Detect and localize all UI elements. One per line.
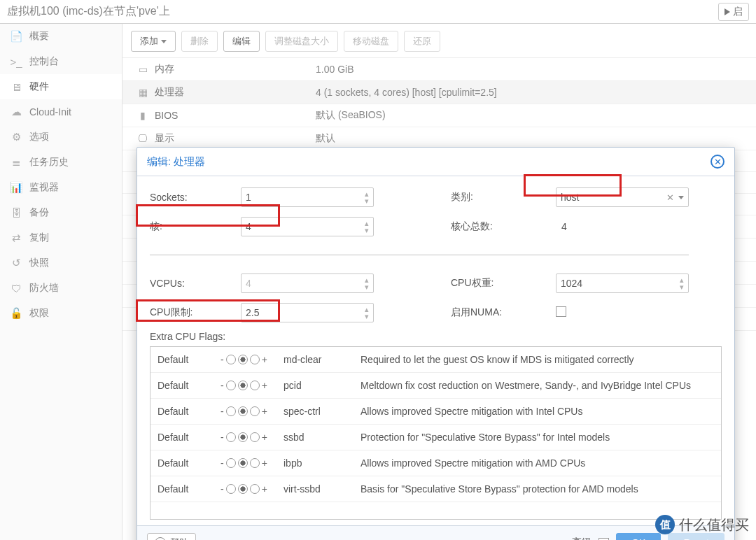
extra-flags-label: Extra CPU Flags:: [150, 331, 722, 342]
hw-icon: ▦: [131, 87, 155, 98]
cpu-weight-label: CPU权重:: [451, 277, 542, 290]
hw-name: 显示: [155, 132, 316, 145]
hardware-row[interactable]: ▮BIOS默认 (SeaBIOS): [122, 104, 756, 127]
sidebar-item-label: 控制台: [29, 55, 59, 68]
flag-toggle[interactable]: - +: [220, 457, 284, 469]
flag-state: Default: [158, 406, 220, 417]
menu-icon: ☁: [10, 106, 22, 118]
type-label: 类别:: [451, 191, 542, 204]
flag-name: ibpb: [284, 457, 360, 469]
cpu-limit-input[interactable]: 2.5 ▴▾: [241, 303, 374, 322]
window-titlebar: 虚拟机100 (imc-ds)在节点'pve'上 启: [0, 0, 756, 24]
sidebar-item[interactable]: ≣任务历史: [0, 150, 122, 175]
cpu-type-combo[interactable]: host ✕: [556, 187, 689, 207]
menu-icon: 🗄: [10, 207, 22, 219]
add-button[interactable]: 添加: [131, 31, 176, 52]
sidebar-item-label: 复制: [29, 232, 49, 244]
cpu-weight-input[interactable]: 1024 ▴▾: [556, 273, 689, 293]
menu-icon: ↺: [10, 257, 22, 269]
sidebar-item-label: 快照: [29, 257, 49, 269]
sidebar-item-label: 选项: [29, 131, 49, 143]
divider: [150, 255, 689, 255]
dialog-header: 编辑: 处理器 ✕: [137, 148, 734, 176]
hw-name: BIOS: [155, 110, 316, 121]
cpu-flag-row: Default- +md-clearRequired to let the gu…: [150, 347, 721, 373]
hw-value: 默认: [316, 132, 748, 145]
cpu-flag-row: Default- +ibpbAllows improved Spectre mi…: [150, 450, 721, 476]
sidebar-item[interactable]: ⚙选项: [0, 125, 122, 150]
flag-toggle[interactable]: - +: [220, 483, 284, 495]
flag-toggle[interactable]: - +: [220, 406, 284, 417]
resize-disk-button[interactable]: 调整磁盘大小: [265, 31, 338, 52]
cpu-flag-row: Default- +spec-ctrlAllows improved Spect…: [150, 399, 721, 425]
start-vm-button[interactable]: 启: [718, 3, 749, 21]
play-icon: [724, 8, 730, 15]
watermark-icon: 值: [655, 515, 675, 534]
sidebar-item[interactable]: 🖥硬件: [0, 74, 122, 99]
sidebar-item[interactable]: ↺快照: [0, 250, 122, 276]
revert-button[interactable]: 还原: [404, 31, 440, 52]
flag-name: pcid: [284, 380, 360, 391]
sidebar-item[interactable]: ⇄复制: [0, 225, 122, 250]
flag-toggle[interactable]: - +: [220, 354, 284, 365]
flag-description: Allows improved Spectre mitigation with …: [360, 406, 714, 417]
sidebar-item-label: 权限: [29, 307, 49, 320]
advanced-checkbox[interactable]: ✓: [598, 538, 609, 541]
flag-state: Default: [158, 483, 220, 495]
remove-button[interactable]: 删除: [181, 31, 218, 52]
sidebar-item[interactable]: 🗄备份: [0, 200, 122, 225]
sidebar-item[interactable]: 🛡防火墙: [0, 276, 122, 301]
edit-processor-dialog: 编辑: 处理器 ✕ Sockets: 1 ▴▾ 类别: host ✕ 核: 4 …: [136, 147, 735, 540]
spinner-icon: ▴▾: [365, 190, 369, 204]
hw-name: 处理器: [155, 86, 316, 99]
cores-label: 核:: [150, 220, 227, 233]
flag-description: Meltdown fix cost reduction on Westmere,…: [360, 380, 714, 391]
hw-name: 内存: [155, 63, 316, 76]
menu-icon: 🛡: [10, 283, 22, 294]
close-icon[interactable]: ✕: [710, 155, 724, 169]
advanced-label: 高级: [572, 537, 592, 540]
cores-input[interactable]: 4 ▴▾: [241, 217, 374, 236]
flag-name: spec-ctrl: [284, 406, 360, 417]
nav-sidebar: 📄概要>_控制台🖥硬件☁Cloud-Init⚙选项≣任务历史📊监视器🗄备份⇄复制…: [0, 24, 122, 540]
help-button[interactable]: ? 帮助: [147, 533, 196, 540]
spinner-icon: ▴▾: [365, 306, 369, 320]
flag-description: Basis for "Speculative Store Bypass" pro…: [360, 483, 714, 495]
menu-icon: 📄: [10, 30, 22, 43]
sidebar-item[interactable]: 🔓权限: [0, 301, 122, 326]
sidebar-item[interactable]: 📄概要: [0, 24, 122, 49]
numa-checkbox[interactable]: [556, 306, 566, 317]
clear-icon[interactable]: ✕: [662, 192, 678, 203]
flag-description: Required to let the guest OS know if MDS…: [360, 354, 714, 365]
flag-toggle[interactable]: - +: [220, 432, 284, 443]
sidebar-item[interactable]: >_控制台: [0, 49, 122, 74]
total-cores-value: 4: [556, 221, 689, 232]
numa-label: 启用NUMA:: [451, 306, 542, 319]
menu-icon: 📊: [10, 181, 22, 194]
menu-icon: >_: [10, 56, 22, 68]
flag-description: Allows improved Spectre mitigation with …: [360, 457, 714, 469]
move-disk-button[interactable]: 移动磁盘: [344, 31, 398, 52]
dialog-footer: ? 帮助 高级 ✓ OK Reset: [137, 525, 734, 540]
sidebar-item[interactable]: 📊监视器: [0, 175, 122, 200]
cpu-flags-list[interactable]: Default- +md-clearRequired to let the gu…: [150, 346, 722, 520]
edit-button[interactable]: 编辑: [223, 31, 260, 52]
menu-icon: ≣: [10, 156, 22, 169]
hw-value: 1.00 GiB: [316, 64, 748, 75]
dialog-title: 编辑: 处理器: [147, 155, 205, 169]
hw-icon: ▭: [131, 64, 155, 75]
sidebar-item[interactable]: ☁Cloud-Init: [0, 99, 122, 125]
sockets-input[interactable]: 1 ▴▾: [241, 187, 374, 207]
vcpus-input[interactable]: 4 ▴▾: [241, 273, 374, 293]
sidebar-item-label: 防火墙: [29, 282, 59, 294]
menu-icon: ⚙: [10, 131, 22, 143]
cpu-limit-label: CPU限制:: [150, 306, 227, 319]
hw-value: 默认 (SeaBIOS): [316, 109, 748, 122]
sidebar-item-label: Cloud-Init: [29, 106, 71, 118]
ok-button[interactable]: OK: [616, 533, 661, 540]
hardware-row[interactable]: ▦处理器4 (1 sockets, 4 cores) [host] [cpuli…: [122, 81, 756, 104]
hardware-row[interactable]: ▭内存1.00 GiB: [122, 58, 756, 81]
flag-toggle[interactable]: - +: [220, 380, 284, 391]
sidebar-item-label: 任务历史: [29, 156, 69, 169]
flag-name: virt-ssbd: [284, 483, 360, 495]
